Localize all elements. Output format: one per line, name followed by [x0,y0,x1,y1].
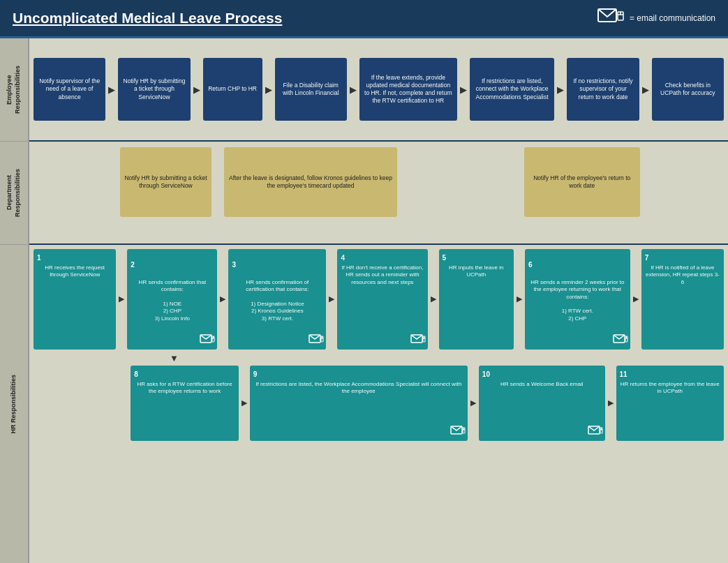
arrow-6: ▶ [556,84,565,95]
hr-box-3-email-badge [309,326,324,347]
hr-box-1-num: 1 [37,253,112,262]
hr-down-arrows: ▼ [34,353,724,363]
employee-lane: Notify supervisor of the need of a leave… [29,38,728,142]
hr-arr-8: ▶ [241,398,248,407]
hr-box-4-text: If HR don't receive a certification, HR … [341,264,424,286]
hr-box-6: 6 HR sends a reminder 2 weeks prior to t… [525,249,630,350]
hr-box-3: 3 HR sends confirmation of certification… [228,249,326,350]
hr-box-4: 4 If HR don't receive a certification, H… [337,249,427,350]
emp-box-2: Notify HR by submitting a ticket through… [118,58,190,121]
hr-box-8-text: HR asks for a RTW certification before t… [134,381,235,396]
hr-lane-label: HR Responsibilities [0,245,28,563]
dept-box-1: Notify HR by submitting a ticket through… [120,147,211,217]
dept-lane: Notify HR by submitting a ticket through… [29,142,728,245]
hr-box-11-text: HR returns the employee from the leave i… [620,381,720,396]
hr-box-10-text: HR sends a Welcome Back email [482,381,602,388]
hr-box-8: 8 HR asks for a RTW certification before… [131,366,238,441]
dept-box-2: After the leave is designated, follow Kr… [224,147,398,217]
hr-row-2: 8 HR asks for a RTW certification before… [34,366,724,441]
hr-row-1: 1 HR receives the request through Servic… [34,249,724,350]
hr-arr-3: ▶ [328,294,335,303]
dept-flow: Notify HR by submitting a ticket through… [34,147,724,217]
down-arrow-2: ▼ [127,353,222,363]
hr-box-2: 2 HR sends confirmation that contains: 1… [127,249,217,350]
hr-box-10-email-badge [588,426,603,439]
hr-box-3-text: HR sends confirmation of certification t… [232,279,322,322]
arrow-5: ▶ [459,84,468,95]
hr-box-1-text: HR receives the request through ServiceN… [37,264,112,279]
hr-box-9-text: If restrictions are listed, the Workplac… [253,381,464,396]
arrow-2: ▶ [192,84,202,95]
hr-box-5: 5 HR inputs the leave in UCPath [439,249,514,350]
emp-box-8: Check benefits in UCPath for accuracy [652,58,724,121]
hr-box-9-email-badge [450,426,466,439]
hr-box-7-num: 7 [645,253,720,262]
hr-box-3-num: 3 [232,260,322,269]
page-title: Uncomplicated Medical Leave Process [13,10,282,27]
hr-arr-6: ▶ [632,294,639,303]
hr-box-4-num: 4 [341,253,424,262]
arrow-1: ▶ [107,84,117,95]
dept-lane-label: Department Responsibilities [0,142,28,245]
emp-box-5: If the leave extends, provide updated me… [359,58,457,121]
hr-box-6-email-badge [613,326,628,347]
email-legend-icon [597,8,624,28]
hr-arr-10: ▶ [607,398,614,407]
arrow-4: ▶ [348,84,358,95]
emp-box-4: File a Disability claim with Lincoln Fin… [275,58,347,121]
diagram-content: Notify supervisor of the need of a leave… [29,38,728,563]
hr-box-2-num: 2 [131,260,214,269]
dept-box-3: Notify HR of the employee's return to wo… [524,147,640,217]
hr-box-7: 7 If HR is notified of a leave extension… [641,249,724,350]
header: Uncomplicated Medical Leave Process = em… [0,0,728,36]
hr-lane: 1 HR receives the request through Servic… [29,245,728,563]
employee-lane-label: Employee Responsibilities [0,38,28,142]
hr-box-2-email-badge [200,326,215,347]
emp-box-7: If no restrictions, notify supervisor of… [567,58,639,121]
hr-box-9: 9 If restrictions are listed, the Workpl… [250,366,468,441]
arrow-3: ▶ [264,84,274,95]
hr-box-1: 1 HR receives the request through Servic… [34,249,116,350]
lane-labels: Employee Responsibilities Department Res… [0,38,29,563]
employee-flow: Notify supervisor of the need of a leave… [34,58,724,121]
hr-box-9-num: 9 [253,370,464,379]
hr-arr-2: ▶ [219,294,226,303]
hr-box-2-text: HR sends confirmation that contains: 1) … [131,279,214,322]
hr-box-5-text: HR inputs the leave in UCPath [443,264,510,279]
hr-box-6-text: HR sends a reminder 2 weeks prior to the… [528,279,627,322]
hr-arr-4: ▶ [430,294,437,303]
hr-box-10-num: 10 [482,370,602,379]
legend-label: = email communication [630,13,715,23]
hr-box-6-num: 6 [528,260,627,269]
arrow-7: ▶ [641,84,651,95]
diagram-wrapper: Employee Responsibilities Department Res… [0,38,728,563]
hr-box-8-num: 8 [134,370,235,379]
page: Uncomplicated Medical Leave Process = em… [0,0,728,563]
hr-box-7-text: If HR is notified of a leave extension, … [645,264,720,286]
hr-arr-1: ▶ [118,294,125,303]
hr-box-5-num: 5 [443,253,510,262]
emp-box-3: Return CHP to HR [203,58,262,121]
hr-box-4-email-badge [410,334,426,347]
hr-box-11: 11 HR returns the employee from the leav… [616,366,724,441]
legend: = email communication [597,8,715,28]
hr-arr-5: ▶ [516,294,523,303]
emp-box-1: Notify supervisor of the need of a leave… [34,58,105,121]
emp-box-6: If restrictions are listed, connect with… [470,58,555,121]
hr-arr-9: ▶ [470,398,477,407]
hr-box-10: 10 HR sends a Welcome Back email [479,366,605,441]
hr-box-11-num: 11 [620,370,720,379]
